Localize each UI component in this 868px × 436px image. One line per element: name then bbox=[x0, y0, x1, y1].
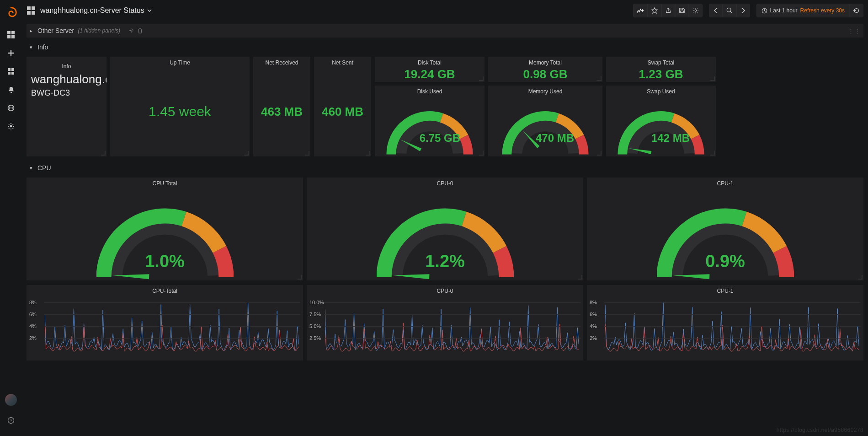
resize-handle-icon[interactable] bbox=[479, 151, 484, 156]
explore-globe-icon[interactable] bbox=[2, 99, 20, 117]
resize-handle-icon[interactable] bbox=[244, 151, 249, 156]
y-tick-label: 2% bbox=[590, 335, 597, 341]
info-panels: Info wanghualong.cn BWG-DC3 Up Time 1.45… bbox=[27, 57, 863, 156]
panel-net-received[interactable]: Net Received 463 MB bbox=[253, 57, 310, 156]
resize-handle-icon[interactable] bbox=[597, 151, 602, 156]
panel-title: Net Sent bbox=[314, 57, 371, 67]
panel-swap-used[interactable]: Swap Used 142 MB bbox=[606, 86, 716, 156]
svg-rect-15 bbox=[32, 6, 35, 10]
dashboard-title: wanghhualong.cn-Server Status bbox=[40, 6, 144, 15]
chevron-down-icon bbox=[147, 8, 152, 13]
mem-total-value: 0.98 GB bbox=[488, 67, 602, 82]
row-title: CPU bbox=[37, 164, 51, 172]
time-forward-button[interactable] bbox=[736, 4, 750, 17]
panel-disk-total[interactable]: Disk Total 19.24 GB bbox=[375, 57, 485, 82]
panel-cpu-total[interactable]: CPU Total 1.0% bbox=[27, 178, 303, 280]
svg-rect-0 bbox=[7, 31, 11, 34]
panel-title: CPU-0 bbox=[307, 285, 583, 295]
clock-icon bbox=[761, 8, 767, 14]
resize-handle-icon[interactable] bbox=[305, 151, 309, 156]
y-tick-label: 2.5% bbox=[309, 335, 321, 341]
y-tick-label: 6% bbox=[29, 312, 37, 317]
alert-bell-icon[interactable] bbox=[2, 81, 20, 99]
cpu-1-gauge: 0.9% bbox=[587, 188, 863, 280]
panel-cpu-0[interactable]: CPU-0 1.2% bbox=[307, 178, 583, 280]
resize-handle-icon[interactable] bbox=[578, 275, 582, 280]
resize-handle-icon[interactable] bbox=[710, 151, 715, 156]
panel-title: CPU-Total bbox=[27, 285, 303, 295]
user-avatar[interactable] bbox=[5, 394, 17, 406]
refresh-interval-label: Refresh every 30s bbox=[800, 7, 845, 14]
row-drag-handle-icon[interactable]: ⋮⋮ bbox=[848, 27, 862, 34]
uptime-value: 1.45 week bbox=[110, 67, 250, 156]
panel-info[interactable]: Info wanghualong.cn BWG-DC3 bbox=[27, 57, 107, 156]
star-button[interactable] bbox=[648, 4, 661, 17]
add-panel-button[interactable] bbox=[633, 4, 648, 17]
apps-icon[interactable] bbox=[2, 62, 20, 81]
time-nav-group bbox=[709, 4, 750, 17]
panel-cpu-1-chart[interactable]: CPU-1 2%4%6%8% bbox=[587, 285, 863, 361]
dashboard-picker[interactable]: wanghhualong.cn-Server Status bbox=[40, 6, 152, 15]
resize-handle-icon[interactable] bbox=[597, 76, 602, 81]
svg-rect-5 bbox=[11, 68, 14, 71]
y-tick-label: 8% bbox=[29, 300, 37, 305]
svg-rect-3 bbox=[11, 35, 15, 38]
zoom-out-button[interactable] bbox=[723, 4, 736, 17]
resize-handle-icon[interactable] bbox=[298, 275, 302, 280]
svg-point-11 bbox=[10, 125, 12, 128]
svg-rect-4 bbox=[8, 68, 11, 71]
save-button[interactable] bbox=[675, 4, 689, 17]
netrx-value: 463 MB bbox=[253, 67, 310, 156]
row-title: Other Server bbox=[37, 27, 74, 34]
row-cpu[interactable]: ▾ CPU bbox=[27, 161, 863, 175]
resize-handle-icon[interactable] bbox=[366, 151, 370, 156]
svg-rect-1 bbox=[11, 31, 15, 34]
svg-rect-14 bbox=[27, 6, 31, 10]
panel-cpu-1[interactable]: CPU-1 0.9% bbox=[587, 178, 863, 280]
share-button[interactable] bbox=[661, 4, 675, 17]
swap-used-gauge: 142 MB bbox=[606, 96, 716, 156]
resize-handle-icon[interactable] bbox=[479, 76, 484, 81]
y-tick-label: 5.0% bbox=[309, 323, 321, 329]
panel-swap-total[interactable]: Swap Total 1.23 GB bbox=[606, 57, 716, 82]
svg-rect-2 bbox=[7, 35, 11, 38]
panel-title: Memory Used bbox=[488, 86, 602, 96]
refresh-button[interactable] bbox=[850, 4, 863, 17]
panel-mem-total[interactable]: Memory Total 0.98 GB bbox=[488, 57, 602, 82]
panel-net-sent[interactable]: Net Sent 460 MB bbox=[314, 57, 371, 156]
resize-handle-icon[interactable] bbox=[710, 76, 715, 81]
y-tick-label: 4% bbox=[590, 323, 597, 329]
svg-point-20 bbox=[695, 10, 697, 11]
grafana-logo-icon[interactable] bbox=[5, 6, 17, 19]
time-back-button[interactable] bbox=[709, 4, 723, 17]
row-info[interactable]: ▾ Info bbox=[27, 40, 863, 54]
svg-rect-16 bbox=[27, 11, 31, 15]
cpu-gauge-panels: CPU Total 1.0% CPU-0 1.2% CPU-1 0.9% bbox=[27, 178, 863, 280]
panel-title: Disk Used bbox=[375, 86, 485, 96]
row-trash-icon[interactable] bbox=[138, 28, 143, 33]
cpu-total-chartarea: 2%4%6%8% bbox=[27, 295, 303, 359]
help-icon[interactable]: ? bbox=[2, 411, 20, 430]
nettx-value: 460 MB bbox=[314, 67, 371, 156]
panel-mem-used[interactable]: Memory Used 470 MB bbox=[488, 86, 602, 156]
row-other-server[interactable]: ▸ Other Server (1 hidden panels) ⋮⋮ bbox=[27, 24, 863, 38]
panel-cpu-0-chart[interactable]: CPU-0 2.5%5.0%7.5%10.0% bbox=[307, 285, 583, 361]
resize-handle-icon[interactable] bbox=[858, 275, 863, 280]
panel-uptime[interactable]: Up Time 1.45 week bbox=[110, 57, 250, 156]
dashboard-icon[interactable] bbox=[27, 6, 36, 15]
settings-gear-icon[interactable] bbox=[2, 117, 20, 135]
time-range-picker[interactable]: Last 1 hour Refresh every 30s bbox=[756, 4, 850, 17]
row-title: Info bbox=[37, 43, 48, 51]
add-icon[interactable] bbox=[2, 44, 20, 62]
topbar: wanghhualong.cn-Server Status bbox=[22, 0, 868, 21]
svg-rect-6 bbox=[8, 72, 11, 75]
row-gear-icon[interactable] bbox=[128, 28, 134, 33]
resize-handle-icon[interactable] bbox=[101, 151, 106, 156]
panel-cpu-total-chart[interactable]: CPU-Total 2%4%6%8% bbox=[27, 285, 303, 361]
dashboards-icon[interactable] bbox=[2, 26, 20, 44]
dashboard-settings-button[interactable] bbox=[689, 4, 703, 17]
panel-title: CPU-1 bbox=[587, 178, 863, 188]
row-hidden-note: (1 hidden panels) bbox=[78, 27, 120, 34]
y-tick-label: 10.0% bbox=[309, 300, 324, 305]
panel-disk-used[interactable]: Disk Used 6.75 GB bbox=[375, 86, 485, 156]
